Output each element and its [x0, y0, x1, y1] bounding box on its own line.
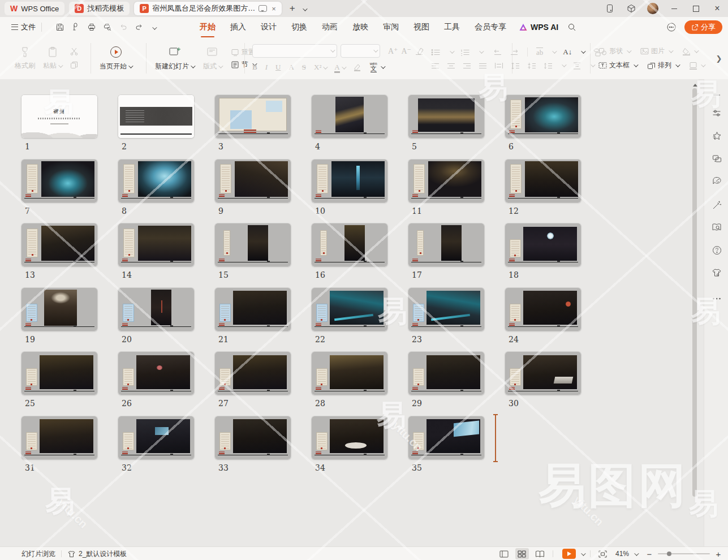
font-family-select[interactable]: [252, 44, 337, 58]
align-center-icon[interactable]: [447, 63, 455, 69]
docer-resource-icon[interactable]: [711, 175, 722, 187]
scrollbar-thumb[interactable]: [692, 88, 697, 497]
slide-thumbnail[interactable]: [215, 352, 291, 395]
find-in-document-icon[interactable]: [711, 222, 722, 233]
zoom-chevron-icon[interactable]: [632, 550, 637, 558]
slide-thumbnail[interactable]: [312, 352, 387, 395]
tab-list-chevron-icon[interactable]: [301, 3, 306, 14]
bold-button[interactable]: B: [252, 63, 257, 72]
textbox-button[interactable]: 文本框: [598, 61, 637, 70]
italic-button[interactable]: I: [265, 63, 268, 72]
slide-thumbnail[interactable]: [215, 416, 291, 459]
slide-thumbnail[interactable]: [118, 160, 194, 203]
collapse-panel-icon[interactable]: [711, 89, 722, 101]
slide-thumbnail[interactable]: [505, 95, 581, 138]
slide-thumbnail[interactable]: [118, 416, 194, 459]
comment-bubble-icon[interactable]: [259, 5, 267, 12]
slide-thumbnail[interactable]: [118, 95, 194, 138]
decrease-paragraph-spacing-icon[interactable]: [527, 62, 536, 70]
align-right-icon[interactable]: [463, 63, 471, 69]
wps-ai-button[interactable]: WPS AI: [519, 23, 558, 32]
shapes-button[interactable]: 形状: [598, 46, 630, 56]
zoom-slider[interactable]: [658, 553, 710, 554]
slide-thumbnail[interactable]: [21, 160, 97, 203]
slide-thumbnail[interactable]: [312, 160, 387, 203]
menu-tab[interactable]: 动画: [322, 22, 338, 32]
font-color-button[interactable]: A: [334, 63, 344, 72]
zoom-out-button[interactable]: −: [645, 549, 653, 559]
slide-thumbnail[interactable]: [118, 352, 194, 395]
file-menu-button[interactable]: 文件: [11, 22, 36, 32]
mobile-view-icon[interactable]: [599, 0, 621, 17]
tab-document[interactable]: P 宿州凤凰台足浴会所效果图方… ×: [134, 2, 282, 15]
service-icon[interactable]: [666, 22, 677, 32]
template-name[interactable]: 2_默认设计模板: [79, 549, 127, 559]
cut-icon[interactable]: [70, 47, 79, 56]
3d-cube-icon[interactable]: [621, 0, 642, 17]
close-tab-icon[interactable]: ×: [272, 5, 276, 13]
avatar[interactable]: [642, 0, 664, 17]
highlight-color-button[interactable]: [353, 63, 362, 71]
decrease-indent-icon[interactable]: [493, 49, 502, 55]
slide-thumbnail[interactable]: [312, 95, 387, 138]
reading-view-button[interactable]: [533, 548, 547, 559]
qat-dropdown-icon[interactable]: [150, 22, 156, 32]
superscript-button[interactable]: X²: [314, 63, 326, 72]
slide-thumbnail[interactable]: [21, 288, 97, 331]
menu-tab[interactable]: 视图: [413, 22, 429, 32]
vertical-text-button[interactable]: A↓: [563, 48, 572, 57]
zoom-slider-knob[interactable]: [667, 552, 671, 556]
normal-view-button[interactable]: [497, 548, 511, 559]
slide-thumbnail[interactable]: [408, 95, 484, 138]
picture-button[interactable]: 图片: [640, 46, 672, 56]
undo-icon[interactable]: [119, 23, 128, 32]
properties-icon[interactable]: [711, 107, 722, 119]
decrease-font-button[interactable]: A⁻: [402, 46, 412, 56]
slide-thumbnail[interactable]: [21, 352, 97, 395]
menu-tab[interactable]: 设计: [261, 22, 277, 32]
increase-indent-icon[interactable]: [510, 49, 519, 55]
print-icon[interactable]: [87, 23, 96, 32]
slide-thumbnail[interactable]: [312, 416, 387, 459]
tab-docer-templates[interactable]: D 找稻壳模板: [69, 2, 130, 15]
menu-tab[interactable]: 放映: [352, 22, 368, 32]
slide-sorter-canvas[interactable]: 宿州12345678910111213141516171819202122232…: [0, 79, 691, 546]
minimize-button[interactable]: [664, 0, 685, 17]
fill-color-button[interactable]: [682, 48, 691, 55]
slide-thumbnail[interactable]: [118, 223, 194, 266]
slide-thumbnail[interactable]: [21, 416, 97, 459]
increase-paragraph-spacing-icon[interactable]: [511, 62, 520, 70]
export-pdf-icon[interactable]: [71, 23, 80, 32]
slide-thumbnail[interactable]: [408, 223, 484, 266]
ribbon-expand-button[interactable]: ❯: [714, 51, 723, 66]
slide-thumbnail[interactable]: [215, 288, 291, 331]
format-painter-button[interactable]: 格式刷: [15, 46, 35, 71]
layout-button[interactable]: 版式: [203, 45, 222, 71]
arrange-button[interactable]: 排列: [647, 61, 679, 70]
vertical-align-text-icon[interactable]: [572, 62, 581, 70]
slide-thumbnail[interactable]: [312, 223, 387, 266]
vertical-scrollbar[interactable]: [691, 79, 699, 546]
maximize-button[interactable]: [685, 0, 707, 17]
distribute-text-icon[interactable]: [494, 62, 503, 69]
zoom-level-value[interactable]: 41%: [615, 550, 629, 558]
slide-thumbnail[interactable]: [312, 288, 387, 331]
menu-tab[interactable]: 切换: [291, 22, 307, 32]
new-tab-button[interactable]: +: [290, 3, 295, 14]
numbered-list-icon[interactable]: [460, 49, 470, 56]
play-options-chevron-icon[interactable]: [579, 550, 584, 558]
text-direction-button[interactable]: ab: [536, 48, 543, 57]
slide-thumbnail[interactable]: [408, 288, 484, 331]
slide-thumbnail[interactable]: [505, 352, 581, 395]
menu-tab[interactable]: 插入: [230, 22, 246, 32]
align-left-icon[interactable]: [431, 63, 440, 69]
slide-thumbnail[interactable]: [118, 288, 194, 331]
slide-thumbnail[interactable]: [215, 160, 291, 203]
skin-theme-icon[interactable]: [711, 267, 722, 278]
copy-icon[interactable]: [70, 61, 79, 70]
slide-thumbnail[interactable]: [505, 160, 581, 203]
share-button[interactable]: 分享: [684, 20, 722, 34]
slide-sorter-view-button[interactable]: [515, 548, 529, 559]
help-icon[interactable]: [711, 244, 722, 256]
bullet-list-icon[interactable]: [431, 49, 441, 56]
